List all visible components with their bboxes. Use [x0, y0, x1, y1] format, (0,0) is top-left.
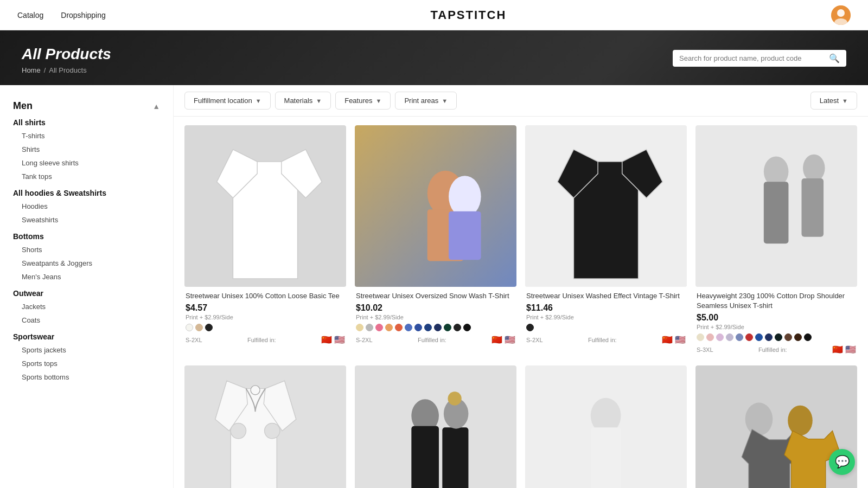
color-swatch[interactable] — [716, 333, 724, 341]
product-image — [184, 125, 346, 287]
chevron-down-icon: ▼ — [442, 98, 448, 104]
color-swatch[interactable] — [794, 333, 802, 341]
product-card[interactable]: Streetwear Unisex Oversized Basic T-Shir… — [355, 365, 516, 488]
sort-button[interactable]: Latest ▼ — [810, 92, 857, 110]
avatar[interactable] — [831, 5, 851, 25]
sidebar-item-sports-bottoms[interactable]: Sports bottoms — [13, 370, 160, 384]
sidebar-sportswear[interactable]: Sportswear — [13, 332, 160, 341]
sidebar-item-sweatpants[interactable]: Sweatpants & Joggers — [13, 256, 160, 270]
product-info: Streetwear Unisex Oversized Snow Wash T-… — [355, 287, 516, 347]
product-info: Heavyweight 230g 100% Cotton Drop Should… — [695, 287, 857, 357]
product-card[interactable]: Streetwear Unisex Washed Effect Vintage … — [525, 125, 687, 357]
color-swatch[interactable] — [804, 333, 812, 341]
filter-fulfillment[interactable]: Fulfillment location ▼ — [184, 92, 271, 110]
svg-rect-25 — [412, 426, 439, 488]
product-card[interactable]: Streetwear Unisex Oversized Snow Wash T-… — [355, 125, 516, 357]
color-swatch[interactable] — [775, 333, 782, 341]
color-swatch[interactable] — [424, 324, 432, 331]
product-card[interactable]: Heavyweight 230g 100% Cotton Drop Should… — [695, 125, 857, 357]
filter-materials[interactable]: Materials ▼ — [275, 92, 331, 110]
color-swatch[interactable] — [385, 324, 393, 331]
nav-dropshipping[interactable]: Dropshipping — [61, 11, 106, 20]
sidebar-item-shirts[interactable]: Shirts — [13, 143, 160, 156]
svg-point-21 — [251, 386, 260, 395]
sidebar-section-title: Men — [13, 100, 33, 112]
color-swatch[interactable] — [784, 333, 792, 341]
flags: 🇨🇳 🇺🇸 — [832, 344, 856, 355]
color-swatches — [526, 324, 686, 331]
svg-point-9 — [449, 176, 481, 217]
color-swatch[interactable] — [706, 333, 714, 341]
china-flag-icon: 🇨🇳 — [662, 335, 673, 345]
sidebar-item-hoodies[interactable]: Hoodies — [13, 200, 160, 213]
sidebar-item-mens-jeans[interactable]: Men's Jeans — [13, 270, 160, 284]
sidebar-item-shorts[interactable]: Shorts — [13, 243, 160, 256]
us-flag-icon: 🇺🇸 — [675, 335, 686, 345]
product-name: Streetwear Unisex Washed Effect Vintage … — [526, 291, 686, 301]
color-swatch[interactable] — [414, 324, 422, 331]
color-swatch[interactable] — [726, 333, 733, 341]
filter-print-areas[interactable]: Print areas ▼ — [395, 92, 457, 110]
product-image — [525, 125, 687, 287]
search-input[interactable] — [679, 54, 825, 62]
fulfilled-label: Fulfilled in: — [588, 337, 617, 343]
product-image — [184, 365, 346, 488]
sidebar-bottoms[interactable]: Bottoms — [13, 232, 160, 241]
product-image — [695, 125, 857, 287]
fulfilled-label: Fulfilled in: — [247, 337, 276, 343]
sidebar-item-sports-jackets[interactable]: Sports jackets — [13, 343, 160, 357]
product-meta: S-2XL Fulfilled in: 🇨🇳 🇺🇸 — [356, 335, 515, 345]
color-swatches — [697, 333, 856, 341]
filter-features[interactable]: Features ▼ — [335, 92, 391, 110]
sidebar-item-tshirts[interactable]: T-shirts — [13, 129, 160, 143]
color-swatch[interactable] — [454, 324, 461, 331]
color-swatch[interactable] — [765, 333, 773, 341]
us-flag-icon: 🇺🇸 — [505, 335, 515, 345]
sidebar-all-hoodies[interactable]: All hoodies & Sweatshirts — [13, 189, 160, 197]
sidebar-item-sports-tops[interactable]: Sports tops — [13, 357, 160, 370]
breadcrumb-current: All Products — [49, 66, 86, 74]
svg-point-33 — [788, 405, 813, 435]
color-swatch[interactable] — [405, 324, 412, 331]
product-print: Print + $2.99/Side — [186, 314, 345, 320]
svg-point-15 — [803, 155, 825, 182]
color-swatch[interactable] — [444, 324, 451, 331]
chat-button[interactable]: 💬 — [829, 449, 855, 475]
color-swatch[interactable] — [205, 324, 213, 331]
chevron-up-icon[interactable]: ▲ — [152, 102, 160, 111]
product-price: $10.02 — [356, 303, 515, 313]
color-swatch[interactable] — [366, 324, 373, 331]
color-swatch[interactable] — [434, 324, 442, 331]
product-image — [355, 125, 516, 287]
breadcrumb-home[interactable]: Home — [22, 66, 41, 74]
filter-left: Fulfillment location ▼ Materials ▼ Featu… — [184, 92, 457, 110]
color-swatch[interactable] — [755, 333, 763, 341]
sidebar-item-sweatshirts[interactable]: Sweatshirts — [13, 213, 160, 227]
color-swatch[interactable] — [463, 324, 471, 331]
color-swatch[interactable] — [745, 333, 753, 341]
color-swatch[interactable] — [697, 333, 704, 341]
color-swatch[interactable] — [195, 324, 203, 331]
product-meta: S-2XL Fulfilled in: 🇨🇳 🇺🇸 — [186, 335, 345, 345]
fulfilled-label: Fulfilled in: — [758, 346, 787, 353]
color-swatch[interactable] — [375, 324, 383, 331]
flags: 🇨🇳 🇺🇸 — [321, 335, 345, 345]
product-name: Streetwear Unisex 100% Cotton Loose Basi… — [186, 291, 345, 301]
sidebar-item-coats[interactable]: Coats — [13, 313, 160, 327]
product-card[interactable]: Streetwear Unisex Pullover Hoodie $8.20 … — [184, 365, 346, 488]
color-swatch[interactable] — [395, 324, 403, 331]
sidebar-item-long-sleeve[interactable]: Long sleeve shirts — [13, 156, 160, 170]
sidebar-item-tank-tops[interactable]: Tank tops — [13, 170, 160, 183]
svg-point-23 — [265, 423, 280, 439]
product-card[interactable]: Streetwear Unisex Washed Basic T-Shirt $… — [525, 365, 687, 488]
product-card[interactable]: Streetwear Unisex 100% Cotton Loose Basi… — [184, 125, 346, 357]
nav-catalog[interactable]: Catalog — [17, 11, 43, 20]
sidebar-all-shirts[interactable]: All shirts — [13, 118, 160, 127]
sidebar-outwear[interactable]: Outwear — [13, 289, 160, 298]
color-swatch[interactable] — [736, 333, 743, 341]
logo: TAPSTITCH — [430, 8, 506, 22]
color-swatch[interactable] — [356, 324, 363, 331]
color-swatch[interactable] — [526, 324, 534, 331]
sidebar-item-jackets[interactable]: Jackets — [13, 300, 160, 313]
color-swatch[interactable] — [186, 324, 193, 331]
